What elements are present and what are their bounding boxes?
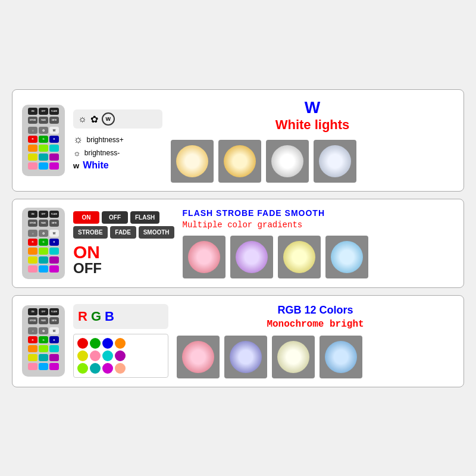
pale-yellow-light [283,241,315,273]
w-circle-icon: W [102,112,115,126]
brightness-plus-row: ☼ brightness+ [73,133,162,146]
color-dot [115,363,126,374]
rgb-light-4 [320,336,362,378]
cold-white-light [319,145,351,177]
gradient-light-4 [325,236,368,278]
panel2-buttons: ON OFF FLASH STROBE FADE SMOOTH ON OFF [73,211,174,275]
remote-1: ON OFF FLASH STROB FADE SMTH ☼ ✿ W R G B [22,105,65,176]
rgb-lights-row [177,336,362,378]
dots-grid [73,334,168,378]
rgb-pink-light [182,341,214,373]
brightness-plus-icon: ☼ [78,114,87,124]
color-dot [77,350,88,361]
rgb-light-2 [224,336,267,378]
title-white-lights: White lights [275,117,350,133]
title-sub: Multiple color gradients [183,220,303,230]
brightness-panel: ☼ brightness+ ☼ brightness- w White [73,133,162,171]
color-dot [102,350,113,361]
gradient-light-1 [183,236,226,278]
panel-white-lights: ON OFF FLASH STROB FADE SMTH ☼ ✿ W R G B [12,89,464,192]
fade-button[interactable]: FADE [110,226,136,239]
strobe-button[interactable]: STROBE [73,226,108,239]
brightness-plus-label: brightness+ [87,136,124,144]
w-label: w [73,161,79,170]
off-text: OFF [73,261,102,275]
remote-3: ON OFF FLASH STROB FADE SMTH ☼ ✿ W R G B [22,305,65,377]
warm-cream-light [224,145,256,177]
title-modes: FLASH STROBE FADE SMOOTH [183,208,325,218]
color-dot [90,338,101,349]
white-row: w White [73,160,162,171]
panel3-middle: R G B [73,304,168,378]
rgb-blue-light [325,341,357,373]
white-label: White [83,160,109,171]
brightness-minus-label: brightness- [84,149,120,157]
color-dot [77,338,88,349]
sun-small-icon: ☼ [73,148,81,158]
cool-white-light [271,145,303,177]
panel1-icons: ☼ ✿ W ☼ brightness+ ☼ brightness- w Whit… [73,109,162,171]
rgb-pale-light [277,341,309,373]
white-lights-row [171,140,356,183]
remote-2: ON OFF FLASH STROB FADE SMTH ☼ ✿ W R G B [22,208,65,279]
color-dot [102,363,113,374]
rgb-g-letter: G [91,309,101,324]
color-dot [90,363,101,374]
sun-large-icon: ☼ [73,133,83,146]
title-mono: Monochrome bright [267,319,364,330]
pink-light [188,241,220,273]
light-box-1 [171,140,214,183]
rgb-r-letter: R [78,309,87,324]
color-dot [115,350,126,361]
pale-blue-light [331,241,363,273]
rgb-light-1 [177,336,220,378]
smooth-button[interactable]: SMOOTH [139,226,174,239]
brightness-minus-row: ☼ brightness- [73,148,162,158]
color-dot [90,350,101,361]
light-box-3 [266,140,309,183]
panel-flash-modes: ON OFF FLASH STROB FADE SMTH ☼ ✿ W R G B [12,199,464,288]
color-dot [77,363,88,374]
top-icons: ☼ ✿ W [73,109,162,129]
gear-icon: ✿ [90,114,98,125]
color-dot [115,338,126,349]
on-button[interactable]: ON [73,211,99,224]
title-rgb: RGB 12 Colors [277,304,353,317]
gradient-light-3 [278,236,321,278]
light-box-4 [314,140,356,183]
panel2-text-section: FLASH STROBE FADE SMOOTH Multiple color … [183,208,454,278]
off-button[interactable]: OFF [102,211,128,224]
gradient-light-2 [230,236,273,278]
p2-row2: STROBE FADE SMOOTH [73,226,174,239]
rgb-lavender-light [230,341,262,373]
rgb-letters-row: R G B [73,304,168,329]
title-w: W [305,98,320,117]
rgb-light-3 [272,336,315,378]
p2-row1: ON OFF FLASH [73,211,174,224]
on-text: ON [73,243,100,261]
on-off-display: ON OFF [73,243,174,275]
main-container: ON OFF FLASH STROB FADE SMTH ☼ ✿ W R G B [12,89,464,387]
panel-rgb: ON OFF FLASH STROB FADE SMTH ☼ ✿ W R G B [12,295,464,387]
light-box-2 [218,140,261,183]
color-dot [102,338,113,349]
flash-button[interactable]: FLASH [130,211,159,224]
rgb-b-letter: B [105,309,114,324]
warm-white-light [176,145,208,177]
gradient-lights-row [183,236,368,278]
panel3-text-section: RGB 12 Colors Monochrome bright [177,304,454,378]
lavender-light [236,241,268,273]
panel1-text-section: W White lights [171,98,454,183]
